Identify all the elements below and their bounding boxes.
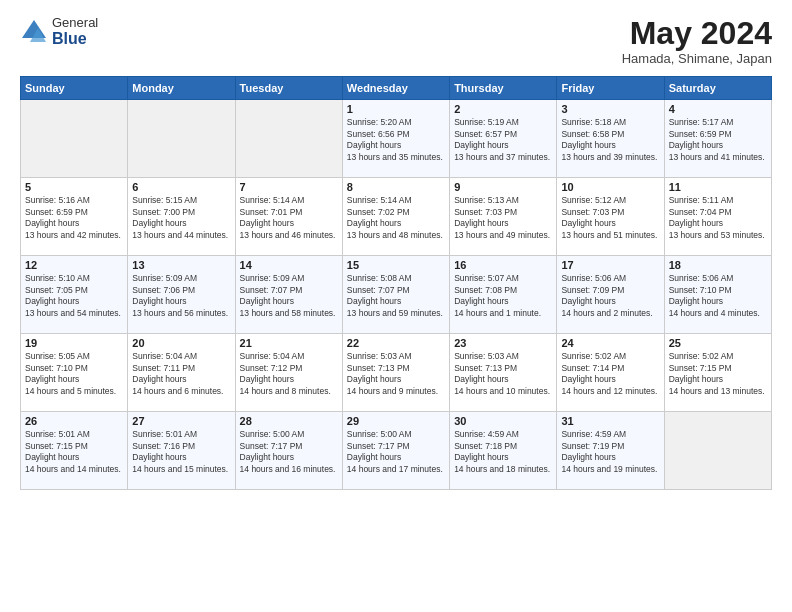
calendar-cell: 4Sunrise: 5:17 AMSunset: 6:59 PMDaylight…	[664, 100, 771, 178]
calendar-cell: 26Sunrise: 5:01 AMSunset: 7:15 PMDayligh…	[21, 412, 128, 490]
day-number: 9	[454, 181, 552, 193]
calendar-cell: 15Sunrise: 5:08 AMSunset: 7:07 PMDayligh…	[342, 256, 449, 334]
day-number: 3	[561, 103, 659, 115]
calendar-cell: 10Sunrise: 5:12 AMSunset: 7:03 PMDayligh…	[557, 178, 664, 256]
calendar-cell: 2Sunrise: 5:19 AMSunset: 6:57 PMDaylight…	[450, 100, 557, 178]
weekday-header: Friday	[557, 77, 664, 100]
cell-info: Sunrise: 5:18 AMSunset: 6:58 PMDaylight …	[561, 117, 659, 163]
day-number: 31	[561, 415, 659, 427]
calendar-cell: 6Sunrise: 5:15 AMSunset: 7:00 PMDaylight…	[128, 178, 235, 256]
cell-info: Sunrise: 5:14 AMSunset: 7:01 PMDaylight …	[240, 195, 338, 241]
calendar-cell: 23Sunrise: 5:03 AMSunset: 7:13 PMDayligh…	[450, 334, 557, 412]
day-number: 22	[347, 337, 445, 349]
cell-info: Sunrise: 5:04 AMSunset: 7:11 PMDaylight …	[132, 351, 230, 397]
weekday-header: Wednesday	[342, 77, 449, 100]
cell-info: Sunrise: 5:03 AMSunset: 7:13 PMDaylight …	[347, 351, 445, 397]
day-number: 5	[25, 181, 123, 193]
day-number: 21	[240, 337, 338, 349]
cell-info: Sunrise: 5:00 AMSunset: 7:17 PMDaylight …	[347, 429, 445, 475]
cell-info: Sunrise: 5:17 AMSunset: 6:59 PMDaylight …	[669, 117, 767, 163]
cell-info: Sunrise: 5:15 AMSunset: 7:00 PMDaylight …	[132, 195, 230, 241]
cell-info: Sunrise: 5:08 AMSunset: 7:07 PMDaylight …	[347, 273, 445, 319]
day-number: 8	[347, 181, 445, 193]
cell-info: Sunrise: 5:01 AMSunset: 7:16 PMDaylight …	[132, 429, 230, 475]
logo: General Blue	[20, 16, 98, 48]
day-number: 1	[347, 103, 445, 115]
day-number: 6	[132, 181, 230, 193]
calendar-week-row: 1Sunrise: 5:20 AMSunset: 6:56 PMDaylight…	[21, 100, 772, 178]
day-number: 20	[132, 337, 230, 349]
calendar-cell: 31Sunrise: 4:59 AMSunset: 7:19 PMDayligh…	[557, 412, 664, 490]
weekday-header: Sunday	[21, 77, 128, 100]
month-title: May 2024	[622, 16, 772, 51]
day-number: 7	[240, 181, 338, 193]
calendar-cell: 8Sunrise: 5:14 AMSunset: 7:02 PMDaylight…	[342, 178, 449, 256]
day-number: 29	[347, 415, 445, 427]
cell-info: Sunrise: 5:02 AMSunset: 7:14 PMDaylight …	[561, 351, 659, 397]
day-number: 27	[132, 415, 230, 427]
calendar-week-row: 19Sunrise: 5:05 AMSunset: 7:10 PMDayligh…	[21, 334, 772, 412]
calendar-cell: 11Sunrise: 5:11 AMSunset: 7:04 PMDayligh…	[664, 178, 771, 256]
cell-info: Sunrise: 5:00 AMSunset: 7:17 PMDaylight …	[240, 429, 338, 475]
calendar-cell: 30Sunrise: 4:59 AMSunset: 7:18 PMDayligh…	[450, 412, 557, 490]
day-number: 17	[561, 259, 659, 271]
cell-info: Sunrise: 5:05 AMSunset: 7:10 PMDaylight …	[25, 351, 123, 397]
calendar-cell: 21Sunrise: 5:04 AMSunset: 7:12 PMDayligh…	[235, 334, 342, 412]
calendar-cell: 25Sunrise: 5:02 AMSunset: 7:15 PMDayligh…	[664, 334, 771, 412]
calendar-cell: 7Sunrise: 5:14 AMSunset: 7:01 PMDaylight…	[235, 178, 342, 256]
calendar-cell: 24Sunrise: 5:02 AMSunset: 7:14 PMDayligh…	[557, 334, 664, 412]
calendar-cell: 20Sunrise: 5:04 AMSunset: 7:11 PMDayligh…	[128, 334, 235, 412]
calendar-cell	[21, 100, 128, 178]
cell-info: Sunrise: 5:01 AMSunset: 7:15 PMDaylight …	[25, 429, 123, 475]
day-number: 12	[25, 259, 123, 271]
calendar-week-row: 26Sunrise: 5:01 AMSunset: 7:15 PMDayligh…	[21, 412, 772, 490]
weekday-header: Monday	[128, 77, 235, 100]
calendar-cell: 27Sunrise: 5:01 AMSunset: 7:16 PMDayligh…	[128, 412, 235, 490]
calendar-cell: 28Sunrise: 5:00 AMSunset: 7:17 PMDayligh…	[235, 412, 342, 490]
cell-info: Sunrise: 5:20 AMSunset: 6:56 PMDaylight …	[347, 117, 445, 163]
calendar-cell: 16Sunrise: 5:07 AMSunset: 7:08 PMDayligh…	[450, 256, 557, 334]
cell-info: Sunrise: 5:04 AMSunset: 7:12 PMDaylight …	[240, 351, 338, 397]
calendar-cell: 12Sunrise: 5:10 AMSunset: 7:05 PMDayligh…	[21, 256, 128, 334]
calendar-cell: 3Sunrise: 5:18 AMSunset: 6:58 PMDaylight…	[557, 100, 664, 178]
calendar-cell	[128, 100, 235, 178]
calendar-cell: 1Sunrise: 5:20 AMSunset: 6:56 PMDaylight…	[342, 100, 449, 178]
calendar-table: SundayMondayTuesdayWednesdayThursdayFrid…	[20, 76, 772, 490]
logo-blue-label: Blue	[52, 30, 98, 48]
cell-info: Sunrise: 5:13 AMSunset: 7:03 PMDaylight …	[454, 195, 552, 241]
day-number: 14	[240, 259, 338, 271]
calendar-cell	[664, 412, 771, 490]
day-number: 23	[454, 337, 552, 349]
cell-info: Sunrise: 4:59 AMSunset: 7:18 PMDaylight …	[454, 429, 552, 475]
calendar-week-row: 12Sunrise: 5:10 AMSunset: 7:05 PMDayligh…	[21, 256, 772, 334]
day-number: 28	[240, 415, 338, 427]
day-number: 18	[669, 259, 767, 271]
day-number: 25	[669, 337, 767, 349]
cell-info: Sunrise: 5:09 AMSunset: 7:07 PMDaylight …	[240, 273, 338, 319]
logo-general-label: General	[52, 16, 98, 30]
calendar-cell: 17Sunrise: 5:06 AMSunset: 7:09 PMDayligh…	[557, 256, 664, 334]
location: Hamada, Shimane, Japan	[622, 51, 772, 66]
cell-info: Sunrise: 5:09 AMSunset: 7:06 PMDaylight …	[132, 273, 230, 319]
calendar-cell	[235, 100, 342, 178]
calendar-cell: 13Sunrise: 5:09 AMSunset: 7:06 PMDayligh…	[128, 256, 235, 334]
day-number: 4	[669, 103, 767, 115]
cell-info: Sunrise: 4:59 AMSunset: 7:19 PMDaylight …	[561, 429, 659, 475]
day-number: 30	[454, 415, 552, 427]
calendar-week-row: 5Sunrise: 5:16 AMSunset: 6:59 PMDaylight…	[21, 178, 772, 256]
day-number: 26	[25, 415, 123, 427]
day-number: 2	[454, 103, 552, 115]
cell-info: Sunrise: 5:11 AMSunset: 7:04 PMDaylight …	[669, 195, 767, 241]
day-number: 19	[25, 337, 123, 349]
calendar-cell: 22Sunrise: 5:03 AMSunset: 7:13 PMDayligh…	[342, 334, 449, 412]
calendar-cell: 18Sunrise: 5:06 AMSunset: 7:10 PMDayligh…	[664, 256, 771, 334]
weekday-header: Saturday	[664, 77, 771, 100]
day-number: 24	[561, 337, 659, 349]
calendar-cell: 9Sunrise: 5:13 AMSunset: 7:03 PMDaylight…	[450, 178, 557, 256]
day-number: 16	[454, 259, 552, 271]
logo-icon	[20, 18, 48, 46]
calendar-header-row: SundayMondayTuesdayWednesdayThursdayFrid…	[21, 77, 772, 100]
calendar-cell: 19Sunrise: 5:05 AMSunset: 7:10 PMDayligh…	[21, 334, 128, 412]
day-number: 11	[669, 181, 767, 193]
calendar-cell: 29Sunrise: 5:00 AMSunset: 7:17 PMDayligh…	[342, 412, 449, 490]
